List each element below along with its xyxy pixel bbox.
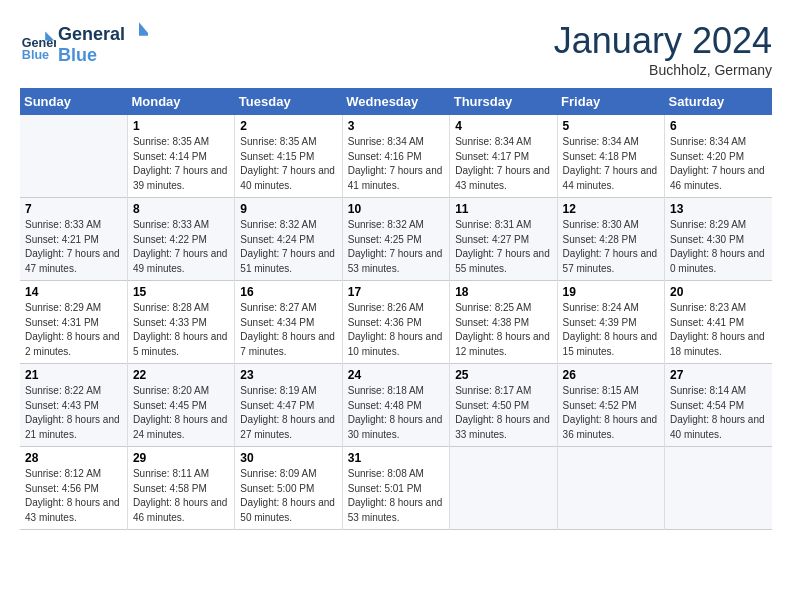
day-number: 30 bbox=[240, 451, 337, 465]
day-info: Sunrise: 8:32 AMSunset: 4:25 PMDaylight:… bbox=[348, 218, 445, 276]
day-info: Sunrise: 8:08 AMSunset: 5:01 PMDaylight:… bbox=[348, 467, 445, 525]
calendar-cell: 4 Sunrise: 8:34 AMSunset: 4:17 PMDayligh… bbox=[450, 115, 557, 198]
day-number: 14 bbox=[25, 285, 123, 299]
day-info: Sunrise: 8:35 AMSunset: 4:15 PMDaylight:… bbox=[240, 135, 337, 193]
calendar-cell: 1 Sunrise: 8:35 AMSunset: 4:14 PMDayligh… bbox=[127, 115, 234, 198]
title-block: January 2024 Buchholz, Germany bbox=[554, 20, 772, 78]
weekday-header-tuesday: Tuesday bbox=[235, 88, 342, 115]
day-number: 25 bbox=[455, 368, 552, 382]
calendar-cell: 17 Sunrise: 8:26 AMSunset: 4:36 PMDaylig… bbox=[342, 281, 449, 364]
day-info: Sunrise: 8:34 AMSunset: 4:20 PMDaylight:… bbox=[670, 135, 768, 193]
day-info: Sunrise: 8:33 AMSunset: 4:22 PMDaylight:… bbox=[133, 218, 230, 276]
calendar-cell: 13 Sunrise: 8:29 AMSunset: 4:30 PMDaylig… bbox=[665, 198, 772, 281]
day-number: 22 bbox=[133, 368, 230, 382]
weekday-header-friday: Friday bbox=[557, 88, 664, 115]
calendar-cell: 9 Sunrise: 8:32 AMSunset: 4:24 PMDayligh… bbox=[235, 198, 342, 281]
day-info: Sunrise: 8:27 AMSunset: 4:34 PMDaylight:… bbox=[240, 301, 337, 359]
day-info: Sunrise: 8:29 AMSunset: 4:30 PMDaylight:… bbox=[670, 218, 768, 276]
calendar-cell: 15 Sunrise: 8:28 AMSunset: 4:33 PMDaylig… bbox=[127, 281, 234, 364]
day-info: Sunrise: 8:14 AMSunset: 4:54 PMDaylight:… bbox=[670, 384, 768, 442]
logo-svg: General Blue bbox=[58, 20, 148, 65]
day-info: Sunrise: 8:34 AMSunset: 4:17 PMDaylight:… bbox=[455, 135, 552, 193]
calendar-cell: 7 Sunrise: 8:33 AMSunset: 4:21 PMDayligh… bbox=[20, 198, 127, 281]
calendar-week-1: 1 Sunrise: 8:35 AMSunset: 4:14 PMDayligh… bbox=[20, 115, 772, 198]
day-number: 29 bbox=[133, 451, 230, 465]
svg-marker-5 bbox=[139, 22, 148, 36]
day-number: 21 bbox=[25, 368, 123, 382]
calendar-cell: 21 Sunrise: 8:22 AMSunset: 4:43 PMDaylig… bbox=[20, 364, 127, 447]
calendar-cell: 14 Sunrise: 8:29 AMSunset: 4:31 PMDaylig… bbox=[20, 281, 127, 364]
month-title: January 2024 bbox=[554, 20, 772, 62]
day-info: Sunrise: 8:17 AMSunset: 4:50 PMDaylight:… bbox=[455, 384, 552, 442]
calendar-header-row: SundayMondayTuesdayWednesdayThursdayFrid… bbox=[20, 88, 772, 115]
day-info: Sunrise: 8:20 AMSunset: 4:45 PMDaylight:… bbox=[133, 384, 230, 442]
calendar-cell: 12 Sunrise: 8:30 AMSunset: 4:28 PMDaylig… bbox=[557, 198, 664, 281]
day-number: 6 bbox=[670, 119, 768, 133]
page-header: General Blue General Blue January 2024 B… bbox=[20, 20, 772, 78]
calendar-cell: 23 Sunrise: 8:19 AMSunset: 4:47 PMDaylig… bbox=[235, 364, 342, 447]
day-info: Sunrise: 8:28 AMSunset: 4:33 PMDaylight:… bbox=[133, 301, 230, 359]
svg-text:General: General bbox=[58, 24, 125, 44]
day-number: 19 bbox=[563, 285, 660, 299]
day-number: 13 bbox=[670, 202, 768, 216]
calendar-cell: 25 Sunrise: 8:17 AMSunset: 4:50 PMDaylig… bbox=[450, 364, 557, 447]
calendar-cell: 5 Sunrise: 8:34 AMSunset: 4:18 PMDayligh… bbox=[557, 115, 664, 198]
day-info: Sunrise: 8:26 AMSunset: 4:36 PMDaylight:… bbox=[348, 301, 445, 359]
location-subtitle: Buchholz, Germany bbox=[554, 62, 772, 78]
calendar-cell: 18 Sunrise: 8:25 AMSunset: 4:38 PMDaylig… bbox=[450, 281, 557, 364]
day-number: 8 bbox=[133, 202, 230, 216]
calendar-cell: 11 Sunrise: 8:31 AMSunset: 4:27 PMDaylig… bbox=[450, 198, 557, 281]
calendar-cell: 6 Sunrise: 8:34 AMSunset: 4:20 PMDayligh… bbox=[665, 115, 772, 198]
day-number: 27 bbox=[670, 368, 768, 382]
calendar-cell: 8 Sunrise: 8:33 AMSunset: 4:22 PMDayligh… bbox=[127, 198, 234, 281]
day-info: Sunrise: 8:15 AMSunset: 4:52 PMDaylight:… bbox=[563, 384, 660, 442]
calendar-table: SundayMondayTuesdayWednesdayThursdayFrid… bbox=[20, 88, 772, 530]
day-info: Sunrise: 8:33 AMSunset: 4:21 PMDaylight:… bbox=[25, 218, 123, 276]
calendar-cell: 22 Sunrise: 8:20 AMSunset: 4:45 PMDaylig… bbox=[127, 364, 234, 447]
calendar-cell: 19 Sunrise: 8:24 AMSunset: 4:39 PMDaylig… bbox=[557, 281, 664, 364]
day-number: 16 bbox=[240, 285, 337, 299]
calendar-week-5: 28 Sunrise: 8:12 AMSunset: 4:56 PMDaylig… bbox=[20, 447, 772, 530]
calendar-cell: 20 Sunrise: 8:23 AMSunset: 4:41 PMDaylig… bbox=[665, 281, 772, 364]
weekday-header-monday: Monday bbox=[127, 88, 234, 115]
weekday-header-wednesday: Wednesday bbox=[342, 88, 449, 115]
day-info: Sunrise: 8:24 AMSunset: 4:39 PMDaylight:… bbox=[563, 301, 660, 359]
calendar-cell bbox=[20, 115, 127, 198]
calendar-cell: 24 Sunrise: 8:18 AMSunset: 4:48 PMDaylig… bbox=[342, 364, 449, 447]
day-number: 28 bbox=[25, 451, 123, 465]
day-info: Sunrise: 8:31 AMSunset: 4:27 PMDaylight:… bbox=[455, 218, 552, 276]
day-number: 15 bbox=[133, 285, 230, 299]
calendar-week-2: 7 Sunrise: 8:33 AMSunset: 4:21 PMDayligh… bbox=[20, 198, 772, 281]
day-info: Sunrise: 8:25 AMSunset: 4:38 PMDaylight:… bbox=[455, 301, 552, 359]
calendar-cell: 31 Sunrise: 8:08 AMSunset: 5:01 PMDaylig… bbox=[342, 447, 449, 530]
day-info: Sunrise: 8:30 AMSunset: 4:28 PMDaylight:… bbox=[563, 218, 660, 276]
logo-icon: General Blue bbox=[20, 27, 56, 63]
calendar-cell: 16 Sunrise: 8:27 AMSunset: 4:34 PMDaylig… bbox=[235, 281, 342, 364]
calendar-week-3: 14 Sunrise: 8:29 AMSunset: 4:31 PMDaylig… bbox=[20, 281, 772, 364]
svg-text:Blue: Blue bbox=[58, 45, 97, 65]
day-number: 20 bbox=[670, 285, 768, 299]
day-number: 9 bbox=[240, 202, 337, 216]
day-info: Sunrise: 8:23 AMSunset: 4:41 PMDaylight:… bbox=[670, 301, 768, 359]
day-number: 18 bbox=[455, 285, 552, 299]
day-info: Sunrise: 8:35 AMSunset: 4:14 PMDaylight:… bbox=[133, 135, 230, 193]
day-number: 4 bbox=[455, 119, 552, 133]
svg-text:Blue: Blue bbox=[22, 48, 49, 62]
day-info: Sunrise: 8:22 AMSunset: 4:43 PMDaylight:… bbox=[25, 384, 123, 442]
day-number: 23 bbox=[240, 368, 337, 382]
day-number: 7 bbox=[25, 202, 123, 216]
day-number: 17 bbox=[348, 285, 445, 299]
day-info: Sunrise: 8:18 AMSunset: 4:48 PMDaylight:… bbox=[348, 384, 445, 442]
weekday-header-thursday: Thursday bbox=[450, 88, 557, 115]
calendar-cell bbox=[450, 447, 557, 530]
calendar-cell: 3 Sunrise: 8:34 AMSunset: 4:16 PMDayligh… bbox=[342, 115, 449, 198]
day-number: 10 bbox=[348, 202, 445, 216]
weekday-header-sunday: Sunday bbox=[20, 88, 127, 115]
day-number: 12 bbox=[563, 202, 660, 216]
day-number: 11 bbox=[455, 202, 552, 216]
day-number: 3 bbox=[348, 119, 445, 133]
day-info: Sunrise: 8:29 AMSunset: 4:31 PMDaylight:… bbox=[25, 301, 123, 359]
day-info: Sunrise: 8:12 AMSunset: 4:56 PMDaylight:… bbox=[25, 467, 123, 525]
calendar-cell: 29 Sunrise: 8:11 AMSunset: 4:58 PMDaylig… bbox=[127, 447, 234, 530]
calendar-cell: 26 Sunrise: 8:15 AMSunset: 4:52 PMDaylig… bbox=[557, 364, 664, 447]
